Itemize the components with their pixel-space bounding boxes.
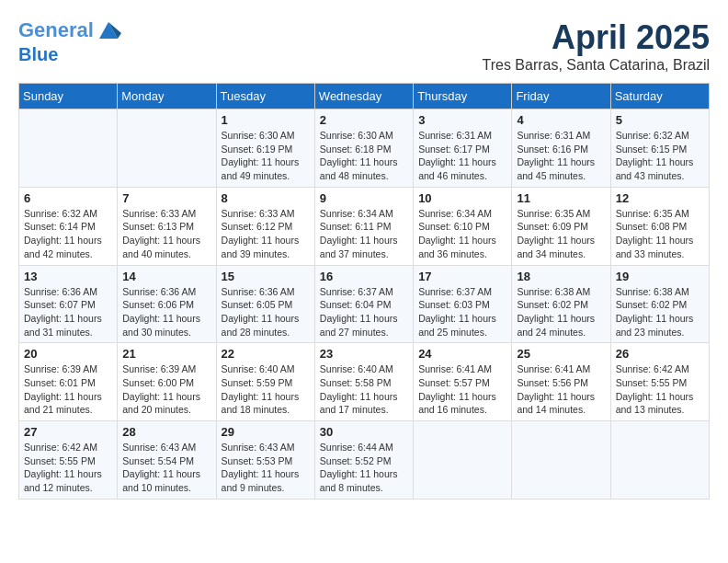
day-info: Sunrise: 6:32 AM Sunset: 6:15 PM Dayligh… — [616, 129, 704, 183]
week-row-2: 6Sunrise: 6:32 AM Sunset: 6:14 PM Daylig… — [19, 187, 710, 265]
calendar-cell: 29Sunrise: 6:43 AM Sunset: 5:53 PM Dayli… — [216, 421, 314, 500]
day-info: Sunrise: 6:42 AM Sunset: 5:55 PM Dayligh… — [616, 362, 704, 417]
day-number: 18 — [517, 270, 605, 283]
calendar-cell: 12Sunrise: 6:35 AM Sunset: 6:08 PM Dayli… — [610, 187, 709, 265]
logo-blue: Blue — [18, 44, 123, 64]
calendar-cell: 24Sunrise: 6:41 AM Sunset: 5:57 PM Dayli… — [414, 343, 512, 421]
day-number: 19 — [616, 270, 704, 283]
calendar-cell: 10Sunrise: 6:34 AM Sunset: 6:10 PM Dayli… — [414, 187, 512, 265]
day-number: 7 — [122, 191, 210, 205]
calendar-cell: 30Sunrise: 6:44 AM Sunset: 5:52 PM Dayli… — [314, 421, 413, 500]
calendar-cell: 16Sunrise: 6:37 AM Sunset: 6:04 PM Dayli… — [314, 265, 413, 343]
week-row-3: 13Sunrise: 6:36 AM Sunset: 6:07 PM Dayli… — [19, 265, 710, 343]
calendar-cell: 9Sunrise: 6:34 AM Sunset: 6:11 PM Daylig… — [314, 187, 413, 265]
calendar-cell: 13Sunrise: 6:36 AM Sunset: 6:07 PM Dayli… — [19, 265, 118, 343]
calendar-cell — [414, 421, 512, 500]
calendar-cell: 18Sunrise: 6:38 AM Sunset: 6:02 PM Dayli… — [512, 265, 610, 343]
calendar-cell — [512, 421, 610, 500]
day-info: Sunrise: 6:40 AM Sunset: 5:59 PM Dayligh… — [222, 362, 310, 417]
day-info: Sunrise: 6:35 AM Sunset: 6:09 PM Dayligh… — [517, 207, 605, 261]
day-number: 11 — [517, 191, 605, 205]
day-info: Sunrise: 6:31 AM Sunset: 6:16 PM Dayligh… — [517, 129, 605, 183]
calendar-cell: 26Sunrise: 6:42 AM Sunset: 5:55 PM Dayli… — [610, 343, 709, 421]
calendar-cell: 6Sunrise: 6:32 AM Sunset: 6:14 PM Daylig… — [19, 187, 118, 265]
day-info: Sunrise: 6:30 AM Sunset: 6:18 PM Dayligh… — [320, 129, 408, 183]
calendar-cell: 15Sunrise: 6:36 AM Sunset: 6:05 PM Dayli… — [216, 265, 314, 343]
day-info: Sunrise: 6:35 AM Sunset: 6:08 PM Dayligh… — [616, 207, 704, 261]
calendar-cell: 5Sunrise: 6:32 AM Sunset: 6:15 PM Daylig… — [610, 109, 709, 188]
title-block: April 2025 Tres Barras, Santa Catarina, … — [483, 18, 711, 74]
calendar-cell: 19Sunrise: 6:38 AM Sunset: 6:02 PM Dayli… — [610, 265, 709, 343]
day-number: 5 — [616, 113, 704, 127]
week-row-1: 1Sunrise: 6:30 AM Sunset: 6:19 PM Daylig… — [19, 109, 710, 188]
day-info: Sunrise: 6:31 AM Sunset: 6:17 PM Dayligh… — [418, 129, 506, 183]
day-info: Sunrise: 6:42 AM Sunset: 5:55 PM Dayligh… — [24, 441, 112, 495]
day-number: 16 — [320, 270, 408, 283]
day-number: 6 — [24, 191, 112, 205]
calendar-cell: 27Sunrise: 6:42 AM Sunset: 5:55 PM Dayli… — [19, 421, 118, 500]
day-number: 30 — [320, 425, 408, 439]
day-info: Sunrise: 6:30 AM Sunset: 6:19 PM Dayligh… — [222, 129, 310, 183]
calendar-cell — [19, 109, 118, 188]
day-info: Sunrise: 6:36 AM Sunset: 6:06 PM Dayligh… — [122, 285, 210, 339]
weekday-header-saturday: Saturday — [610, 84, 709, 109]
day-info: Sunrise: 6:40 AM Sunset: 5:58 PM Dayligh… — [320, 362, 408, 417]
day-number: 29 — [222, 425, 310, 439]
weekday-header-monday: Monday — [118, 84, 216, 109]
day-number: 23 — [320, 347, 408, 361]
day-number: 4 — [517, 113, 605, 127]
day-info: Sunrise: 6:37 AM Sunset: 6:04 PM Dayligh… — [320, 285, 408, 339]
calendar-cell: 28Sunrise: 6:43 AM Sunset: 5:54 PM Dayli… — [118, 421, 216, 500]
calendar-cell: 1Sunrise: 6:30 AM Sunset: 6:19 PM Daylig… — [216, 109, 314, 188]
calendar-cell — [118, 109, 216, 188]
page-header: General Blue April 2025 Tres Barras, San… — [18, 18, 710, 74]
day-info: Sunrise: 6:43 AM Sunset: 5:53 PM Dayligh… — [222, 441, 310, 495]
day-number: 28 — [122, 425, 210, 439]
calendar-cell: 11Sunrise: 6:35 AM Sunset: 6:09 PM Dayli… — [512, 187, 610, 265]
day-number: 24 — [418, 347, 506, 361]
weekday-header-tuesday: Tuesday — [216, 84, 314, 109]
day-info: Sunrise: 6:44 AM Sunset: 5:52 PM Dayligh… — [320, 441, 408, 495]
day-info: Sunrise: 6:36 AM Sunset: 6:05 PM Dayligh… — [222, 285, 310, 339]
calendar-cell: 17Sunrise: 6:37 AM Sunset: 6:03 PM Dayli… — [414, 265, 512, 343]
day-number: 1 — [222, 113, 310, 127]
day-number: 8 — [222, 191, 310, 205]
calendar-cell: 4Sunrise: 6:31 AM Sunset: 6:16 PM Daylig… — [512, 109, 610, 188]
calendar-cell — [610, 421, 709, 500]
day-number: 10 — [418, 191, 506, 205]
weekday-header-row: SundayMondayTuesdayWednesdayThursdayFrid… — [19, 84, 710, 109]
calendar-cell: 20Sunrise: 6:39 AM Sunset: 6:01 PM Dayli… — [19, 343, 118, 421]
calendar-cell: 25Sunrise: 6:41 AM Sunset: 5:56 PM Dayli… — [512, 343, 610, 421]
day-info: Sunrise: 6:37 AM Sunset: 6:03 PM Dayligh… — [418, 285, 506, 339]
logo-text: General — [18, 18, 123, 44]
calendar-table: SundayMondayTuesdayWednesdayThursdayFrid… — [18, 83, 710, 500]
day-info: Sunrise: 6:34 AM Sunset: 6:11 PM Dayligh… — [320, 207, 408, 261]
day-number: 14 — [122, 270, 210, 283]
day-number: 26 — [616, 347, 704, 361]
day-info: Sunrise: 6:33 AM Sunset: 6:12 PM Dayligh… — [222, 207, 310, 261]
calendar-cell: 2Sunrise: 6:30 AM Sunset: 6:18 PM Daylig… — [314, 109, 413, 188]
day-number: 25 — [517, 347, 605, 361]
week-row-5: 27Sunrise: 6:42 AM Sunset: 5:55 PM Dayli… — [19, 421, 710, 500]
month-title: April 2025 — [483, 18, 711, 57]
logo: General Blue — [18, 18, 123, 64]
calendar-cell: 23Sunrise: 6:40 AM Sunset: 5:58 PM Dayli… — [314, 343, 413, 421]
day-info: Sunrise: 6:43 AM Sunset: 5:54 PM Dayligh… — [122, 441, 210, 495]
weekday-header-wednesday: Wednesday — [314, 84, 413, 109]
day-number: 9 — [320, 191, 408, 205]
day-info: Sunrise: 6:41 AM Sunset: 5:57 PM Dayligh… — [418, 362, 506, 417]
calendar-cell: 22Sunrise: 6:40 AM Sunset: 5:59 PM Dayli… — [216, 343, 314, 421]
day-number: 22 — [222, 347, 310, 361]
weekday-header-thursday: Thursday — [414, 84, 512, 109]
day-number: 13 — [24, 270, 112, 283]
day-number: 3 — [418, 113, 506, 127]
day-number: 21 — [122, 347, 210, 361]
day-info: Sunrise: 6:38 AM Sunset: 6:02 PM Dayligh… — [517, 285, 605, 339]
calendar-cell: 3Sunrise: 6:31 AM Sunset: 6:17 PM Daylig… — [414, 109, 512, 188]
day-info: Sunrise: 6:39 AM Sunset: 6:01 PM Dayligh… — [24, 362, 112, 417]
weekday-header-friday: Friday — [512, 84, 610, 109]
day-number: 15 — [222, 270, 310, 283]
location-subtitle: Tres Barras, Santa Catarina, Brazil — [483, 57, 711, 74]
calendar-cell: 7Sunrise: 6:33 AM Sunset: 6:13 PM Daylig… — [118, 187, 216, 265]
day-info: Sunrise: 6:41 AM Sunset: 5:56 PM Dayligh… — [517, 362, 605, 417]
